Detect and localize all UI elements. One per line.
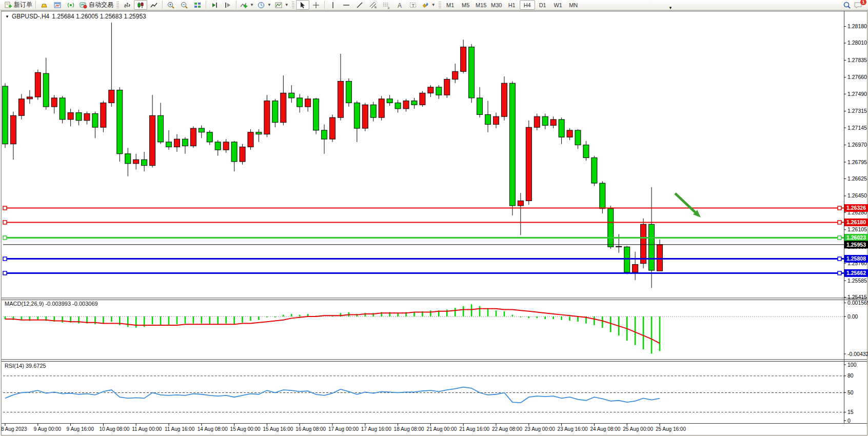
date-tick-label: 23 Aug 16:00 <box>558 426 588 432</box>
candlestick-chart-button[interactable] <box>134 0 147 10</box>
price-chart[interactable]: 1.281801.280101.278351.276601.274901.273… <box>0 0 868 436</box>
auto-scroll-button[interactable] <box>208 0 221 10</box>
timeframe-m5-button[interactable]: M5 <box>458 0 474 10</box>
svg-text:A: A <box>398 2 402 9</box>
crosshair-tool-button[interactable] <box>309 0 323 10</box>
price-tick-label: 1.27835 <box>847 57 867 63</box>
timeframe-m1-button[interactable]: M1 <box>443 0 458 10</box>
timeframe-m15-button[interactable]: M15 <box>474 0 489 10</box>
timeframe-mn-button[interactable]: MN <box>566 0 581 10</box>
line-handle[interactable] <box>3 206 7 210</box>
price-badge-label: 1.25808 <box>846 255 866 262</box>
application-window: 新订单 <box>0 0 868 436</box>
channel-icon: E <box>369 1 377 9</box>
date-tick-label: 25 Aug 00:00 <box>623 426 653 432</box>
zoom-in-button[interactable] <box>164 0 177 10</box>
candle-body <box>240 147 245 162</box>
candle-body <box>313 99 319 130</box>
tile-windows-button[interactable] <box>191 0 204 10</box>
candle-body <box>591 157 597 183</box>
crosshair-icon <box>312 1 320 9</box>
timeframe-w1-button[interactable]: W1 <box>550 0 566 10</box>
line-handle[interactable] <box>838 257 841 261</box>
candle-body <box>223 142 229 150</box>
text-label-tool-button[interactable]: T <box>406 0 420 10</box>
horizontal-line-tool-button[interactable] <box>340 0 353 10</box>
equidistant-channel-tool-button[interactable]: E <box>366 0 380 10</box>
timeframe-h4-button[interactable]: H4 <box>520 0 535 10</box>
auto-trading-button[interactable]: 自动交易 <box>77 0 115 10</box>
search-button[interactable] <box>840 0 854 10</box>
timeframe-d1-button[interactable]: D1 <box>535 0 550 10</box>
line-handle[interactable] <box>3 236 7 240</box>
line-handle[interactable] <box>3 221 7 224</box>
chevron-down-icon: ▼ <box>285 3 289 7</box>
candle-body <box>403 101 409 109</box>
candle-body <box>608 209 614 247</box>
periods-button[interactable]: ▼ <box>255 0 273 10</box>
svg-text:T: T <box>411 3 415 8</box>
zoom-out-button[interactable] <box>177 0 191 10</box>
line-handle[interactable] <box>3 271 7 275</box>
candle-body <box>338 81 343 117</box>
candle-body <box>494 116 499 124</box>
arrows-tool-button[interactable]: ▼ <box>420 0 437 10</box>
candle-body <box>550 120 556 125</box>
candle-body <box>68 113 73 120</box>
candle-body <box>370 105 376 117</box>
fibonacci-tool-button[interactable]: F <box>380 0 393 10</box>
candle-body <box>101 103 106 127</box>
new-order-button[interactable]: 新订单 <box>3 0 34 10</box>
line-handle[interactable] <box>3 257 7 261</box>
collapse-triangle-icon[interactable]: ▼ <box>5 14 9 19</box>
candle-body <box>534 116 540 127</box>
line-handle[interactable] <box>838 271 841 275</box>
text-tool-button[interactable]: A <box>393 0 406 10</box>
candle-body <box>215 142 221 150</box>
dropdown-arrow-icon[interactable]: ▼ <box>668 6 673 10</box>
templates-button[interactable]: ▼ <box>273 0 290 10</box>
line-handle[interactable] <box>838 236 841 240</box>
candle-body <box>76 113 82 121</box>
candle-body <box>305 99 311 107</box>
timeframe-m30-button[interactable]: M30 <box>489 0 504 10</box>
candle-body <box>174 139 180 147</box>
line-chart-button[interactable] <box>147 0 161 10</box>
vertical-line-icon <box>329 1 337 9</box>
candle-body <box>117 90 123 154</box>
annotation-arrow-shaft[interactable] <box>675 193 695 212</box>
candle-body <box>289 93 294 98</box>
candle-body <box>624 247 630 272</box>
candle-body <box>657 245 663 271</box>
candle-body <box>542 116 548 125</box>
chart-shift-button[interactable] <box>221 0 234 10</box>
candle-body <box>575 130 581 145</box>
candle-body <box>248 132 253 147</box>
toolbar-grip[interactable] <box>116 2 119 9</box>
indicators-button[interactable]: ▼ <box>238 0 255 10</box>
price-tick-label: 1.26795 <box>847 159 867 165</box>
toolbar-grip[interactable] <box>292 2 294 9</box>
gold-symbol-button[interactable] <box>37 0 51 10</box>
notifications-button[interactable]: 1 <box>854 1 863 9</box>
candle-body <box>43 73 49 107</box>
line-handle[interactable] <box>838 221 841 224</box>
candle-body <box>428 87 433 93</box>
toolbar-separator <box>324 1 325 9</box>
toolbar-grip[interactable] <box>439 2 441 9</box>
candle-body <box>158 115 164 142</box>
rsi-tick-label: 80 <box>847 372 854 379</box>
vertical-line-tool-button[interactable] <box>326 0 340 10</box>
date-tick-label: 21 Aug 00:00 <box>426 426 457 432</box>
cursor-tool-button[interactable] <box>296 0 309 10</box>
timeframe-h1-button[interactable]: H1 <box>504 0 520 10</box>
chevron-down-icon: ▼ <box>267 3 271 7</box>
new-chart-button[interactable] <box>51 0 64 10</box>
bar-chart-button[interactable] <box>121 0 134 10</box>
zoom-in-icon <box>167 1 175 9</box>
signals-button[interactable] <box>64 0 77 10</box>
candle-body <box>133 160 139 164</box>
line-handle[interactable] <box>838 206 841 210</box>
trendline-tool-button[interactable] <box>353 0 366 10</box>
chart-symbol-period: GBPUSD-,H4 <box>12 13 49 20</box>
